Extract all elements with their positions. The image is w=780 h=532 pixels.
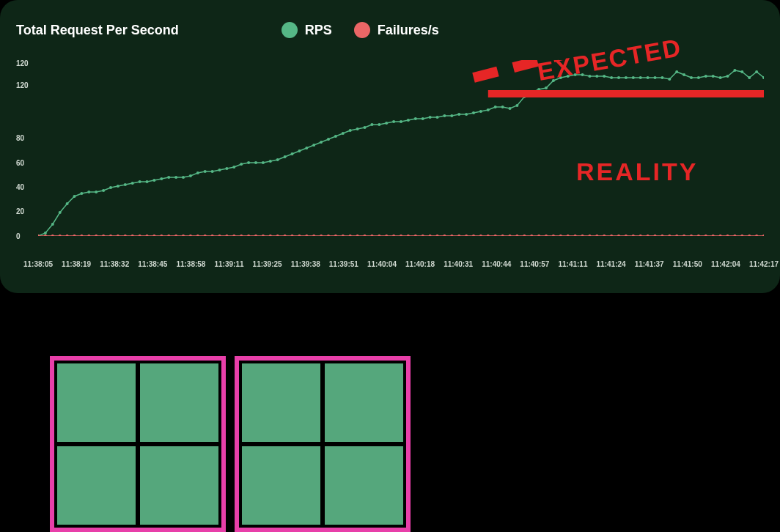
svg-point-34 [284, 155, 287, 158]
x-axis-tick: 11:42:17 [749, 260, 779, 268]
svg-point-33 [276, 158, 279, 161]
legend-rps-label: RPS [305, 23, 332, 38]
svg-point-147 [370, 234, 373, 236]
x-axis-tick: 11:38:05 [23, 260, 53, 268]
rps-chart-panel: Total Request Per Second RPS Failures/s … [0, 0, 780, 293]
svg-point-32 [269, 160, 272, 163]
svg-point-157 [443, 234, 446, 236]
x-axis-tick: 11:39:25 [253, 260, 282, 268]
x-axis-tick: 11:42:04 [711, 260, 740, 268]
svg-point-178 [595, 234, 598, 236]
svg-point-4 [66, 202, 69, 205]
y-axis-tick: 0 [16, 232, 21, 240]
svg-point-49 [392, 120, 395, 123]
svg-point-170 [537, 234, 540, 236]
svg-point-65 [509, 107, 512, 110]
svg-point-188 [668, 234, 671, 236]
svg-point-124 [204, 234, 207, 236]
x-axis-tick: 11:40:44 [482, 260, 511, 268]
server-1-core [57, 363, 136, 442]
svg-point-7 [87, 191, 90, 193]
svg-point-187 [661, 234, 663, 236]
svg-point-85 [654, 76, 657, 79]
svg-point-113 [124, 234, 127, 236]
svg-point-185 [647, 234, 650, 236]
svg-point-168 [523, 234, 526, 236]
svg-point-17 [160, 177, 163, 180]
annotation-reality: REALITY [576, 158, 698, 186]
svg-point-54 [429, 116, 432, 119]
svg-point-104 [59, 234, 62, 236]
svg-point-179 [603, 234, 606, 236]
svg-point-60 [472, 111, 475, 114]
svg-point-122 [189, 234, 192, 236]
svg-point-20 [182, 176, 185, 179]
legend-failures[interactable]: Failures/s [354, 22, 439, 38]
svg-point-36 [298, 149, 301, 152]
svg-point-1 [44, 232, 47, 234]
svg-point-181 [617, 234, 620, 236]
svg-point-158 [450, 234, 453, 236]
svg-point-184 [639, 234, 642, 236]
svg-point-140 [320, 234, 323, 236]
svg-point-153 [414, 234, 417, 236]
svg-point-57 [450, 114, 453, 117]
chart-plot[interactable] [38, 60, 764, 236]
svg-point-146 [364, 234, 367, 236]
svg-point-186 [654, 234, 657, 236]
svg-point-80 [617, 76, 620, 79]
svg-point-196 [726, 234, 729, 236]
server-2-core [242, 363, 320, 442]
svg-point-38 [312, 144, 315, 147]
svg-point-135 [284, 234, 287, 236]
svg-point-200 [755, 234, 758, 236]
svg-point-149 [385, 234, 388, 236]
svg-point-182 [625, 234, 628, 236]
svg-point-129 [240, 234, 243, 236]
svg-point-131 [254, 234, 257, 236]
svg-point-90 [690, 76, 693, 79]
x-axis-tick: 11:40:18 [405, 260, 435, 268]
failures-swatch-icon [354, 22, 370, 38]
rps-swatch-icon [282, 22, 298, 38]
svg-point-66 [515, 104, 518, 107]
svg-point-198 [740, 234, 743, 236]
svg-point-134 [276, 234, 279, 236]
svg-point-151 [400, 234, 402, 236]
svg-point-86 [661, 76, 663, 79]
svg-point-201 [762, 234, 764, 236]
svg-point-3 [59, 211, 62, 214]
svg-point-51 [407, 119, 410, 122]
svg-point-79 [610, 76, 613, 79]
svg-point-152 [407, 234, 410, 236]
svg-point-10 [109, 186, 112, 189]
x-axis-tick: 11:41:24 [597, 260, 626, 268]
legend-rps[interactable]: RPS [282, 22, 332, 38]
svg-point-9 [102, 189, 105, 192]
svg-point-82 [632, 76, 635, 79]
x-axis-tick: 11:40:31 [444, 260, 473, 268]
svg-point-159 [457, 234, 460, 236]
svg-point-137 [298, 234, 301, 236]
svg-point-62 [487, 108, 490, 111]
svg-point-148 [378, 234, 380, 236]
svg-point-183 [632, 234, 635, 236]
svg-point-175 [574, 234, 577, 236]
svg-point-16 [152, 179, 155, 182]
svg-point-165 [501, 234, 504, 236]
svg-point-172 [552, 234, 555, 236]
svg-point-39 [320, 141, 323, 144]
svg-point-25 [218, 169, 221, 171]
x-axis-tick: 11:41:37 [635, 260, 664, 268]
svg-point-70 [545, 86, 548, 89]
chart-title: Total Request Per Second [16, 23, 179, 38]
svg-point-89 [682, 73, 685, 76]
svg-point-160 [465, 234, 468, 236]
svg-point-59 [465, 113, 468, 116]
svg-point-84 [647, 76, 650, 79]
x-axis-tick: 11:39:38 [291, 260, 320, 268]
svg-point-117 [152, 234, 155, 236]
svg-point-128 [232, 234, 235, 236]
svg-point-98 [748, 76, 751, 79]
x-axis-tick: 11:38:19 [62, 260, 91, 268]
